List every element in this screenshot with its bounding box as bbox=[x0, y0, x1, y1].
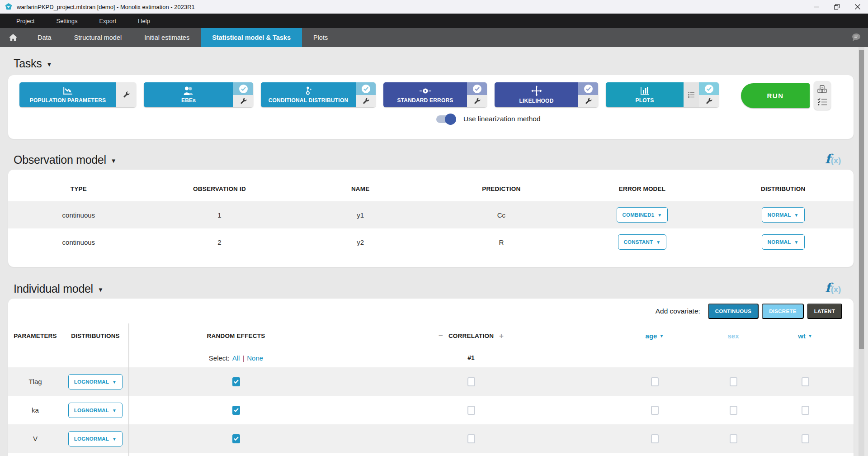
add-continuous-covariate-button[interactable]: CONTINUOUS bbox=[708, 304, 759, 319]
obs-prediction: Cc bbox=[431, 201, 572, 228]
task-conditional-distribution[interactable]: CONDITIONAL DISTRIBUTION bbox=[261, 82, 376, 107]
title-bar: warfarinPKPD_project.mlxtran [demo] - Mo… bbox=[0, 0, 868, 14]
distribution-dropdown[interactable]: LOGNORMAL ▼ bbox=[68, 403, 123, 418]
random-effect-checkbox[interactable] bbox=[232, 406, 240, 415]
correlation-group-label: #1 bbox=[467, 354, 475, 361]
task-settings-wrench[interactable] bbox=[356, 95, 376, 107]
observation-model-panel: TYPE OBSERVATION ID NAME PREDICTION ERRO… bbox=[8, 170, 854, 267]
tasks-section-header[interactable]: Tasks ▼ bbox=[14, 56, 854, 71]
individual-model-title: Individual model bbox=[14, 282, 93, 295]
task-plots[interactable]: PLOTS bbox=[606, 82, 719, 107]
individual-model-header[interactable]: Individual model ▼ f(x) bbox=[14, 281, 854, 296]
age-covariate-checkbox[interactable] bbox=[651, 434, 659, 443]
wrench-icon bbox=[705, 97, 713, 105]
remove-correlation-button[interactable]: − bbox=[439, 332, 443, 341]
seed-dice-icon[interactable] bbox=[817, 85, 827, 94]
caret-down-icon: ▼ bbox=[112, 380, 117, 385]
menu-project[interactable]: Project bbox=[5, 18, 45, 24]
minimize-button[interactable] bbox=[806, 0, 826, 14]
menu-settings[interactable]: Settings bbox=[45, 18, 88, 24]
distribution-dropdown[interactable]: NORMAL ▼ bbox=[762, 207, 805, 223]
vertical-scrollbar[interactable] bbox=[859, 47, 864, 456]
wt-covariate-checkbox[interactable] bbox=[802, 434, 809, 443]
random-effect-checkbox[interactable] bbox=[232, 377, 240, 386]
task-settings-wrench[interactable] bbox=[233, 95, 253, 107]
task-enabled-badge[interactable] bbox=[578, 82, 598, 95]
add-correlation-button[interactable]: + bbox=[499, 332, 504, 341]
random-effect-checkbox[interactable] bbox=[232, 434, 240, 443]
age-covariate-checkbox[interactable] bbox=[651, 406, 659, 415]
task-ebes[interactable]: EBEs bbox=[144, 82, 253, 107]
select-all-link[interactable]: All bbox=[232, 354, 240, 362]
scrollbar-thumb[interactable] bbox=[859, 50, 864, 349]
wt-covariate-checkbox[interactable] bbox=[802, 406, 809, 415]
run-options-strip bbox=[814, 81, 831, 110]
distribution-dropdown[interactable]: NORMAL ▼ bbox=[762, 234, 805, 250]
col-distributions: DISTRIBUTIONS bbox=[62, 323, 129, 348]
individual-table-header: PARAMETERS DISTRIBUTIONS RANDOM EFFECTS … bbox=[8, 323, 854, 348]
sex-covariate-checkbox[interactable] bbox=[730, 406, 737, 415]
task-settings-wrench[interactable] bbox=[467, 95, 487, 107]
observation-model-header[interactable]: Observation model ▼ f(x) bbox=[14, 152, 854, 167]
tab-initial-estimates[interactable]: Initial estimates bbox=[133, 28, 201, 47]
tab-structural-model[interactable]: Structural model bbox=[63, 28, 133, 47]
obs-name: y2 bbox=[290, 228, 431, 256]
tab-data[interactable]: Data bbox=[26, 28, 63, 47]
distribution-dropdown[interactable]: LOGNORMAL ▼ bbox=[68, 374, 123, 390]
tab-home[interactable] bbox=[0, 28, 26, 47]
task-settings-wrench[interactable] bbox=[699, 95, 719, 107]
caret-down-icon: ▼ bbox=[808, 333, 812, 338]
covariate-wt-dropdown[interactable]: wt ▼ bbox=[798, 332, 812, 340]
window-title: warfarinPKPD_project.mlxtran [demo] - Mo… bbox=[17, 4, 195, 10]
task-settings-wrench[interactable] bbox=[578, 95, 598, 107]
ebes-icon bbox=[182, 86, 195, 96]
task-label: CONDITIONAL DISTRIBUTION bbox=[269, 97, 349, 104]
task-enabled-badge[interactable] bbox=[356, 82, 376, 95]
error-model-dropdown[interactable]: CONSTANT ▼ bbox=[618, 234, 667, 250]
add-latent-covariate-button[interactable]: LATENT bbox=[807, 304, 842, 319]
task-likelihood[interactable]: LIKELIHOOD bbox=[495, 82, 598, 107]
col-correlation: CORRELATION bbox=[448, 332, 494, 339]
add-discrete-covariate-button[interactable]: DISCRETE bbox=[762, 304, 804, 319]
covariate-age-dropdown[interactable]: age ▼ bbox=[646, 332, 664, 340]
covariate-sex-header: sex bbox=[727, 332, 739, 340]
caret-down-icon: ▼ bbox=[111, 157, 117, 164]
sex-covariate-checkbox[interactable] bbox=[730, 434, 737, 443]
task-enabled-badge[interactable] bbox=[699, 82, 719, 95]
tab-statistical-model-tasks[interactable]: Statistical model & Tasks bbox=[201, 28, 302, 47]
tab-plots[interactable]: Plots bbox=[302, 28, 339, 47]
observation-row: continuous 2 y2 R CONSTANT ▼ NORMAL ▼ bbox=[8, 228, 854, 256]
task-label: LIKELIHOOD bbox=[519, 98, 554, 104]
restore-button[interactable] bbox=[826, 0, 847, 14]
task-settings-wrench[interactable] bbox=[116, 82, 136, 107]
linearization-toggle[interactable] bbox=[436, 115, 455, 123]
plots-selection-list-button[interactable] bbox=[684, 82, 699, 107]
age-covariate-checkbox[interactable] bbox=[651, 377, 659, 386]
minimize-icon bbox=[814, 5, 819, 10]
menu-bar: Project Settings Export Help bbox=[0, 14, 868, 28]
formula-fx-button[interactable]: f(x) bbox=[825, 280, 841, 295]
wt-covariate-checkbox[interactable] bbox=[802, 377, 809, 386]
col-distribution: DISTRIBUTION bbox=[712, 176, 854, 201]
sex-covariate-checkbox[interactable] bbox=[730, 377, 737, 386]
select-none-link[interactable]: None bbox=[247, 354, 263, 362]
correlation-checkbox[interactable] bbox=[467, 434, 475, 443]
comment-bubble-icon[interactable] bbox=[850, 32, 862, 43]
run-button[interactable]: RUN bbox=[741, 83, 810, 108]
task-standard-errors[interactable]: STANDARD ERRORS bbox=[383, 82, 487, 107]
task-population-parameters[interactable]: POPULATION PARAMETERS bbox=[19, 82, 136, 107]
observation-model-title: Observation model bbox=[14, 153, 106, 166]
task-checklist-icon[interactable] bbox=[817, 98, 827, 106]
check-icon bbox=[234, 437, 239, 441]
task-enabled-badge[interactable] bbox=[467, 82, 487, 95]
check-icon bbox=[234, 380, 239, 384]
close-button[interactable] bbox=[847, 0, 868, 14]
distribution-dropdown[interactable]: LOGNORMAL ▼ bbox=[68, 431, 123, 446]
menu-help[interactable]: Help bbox=[127, 18, 161, 24]
formula-fx-button[interactable]: f(x) bbox=[825, 152, 841, 166]
correlation-checkbox[interactable] bbox=[467, 406, 475, 415]
error-model-dropdown[interactable]: COMBINED1 ▼ bbox=[617, 207, 668, 223]
correlation-checkbox[interactable] bbox=[467, 377, 475, 386]
task-enabled-badge[interactable] bbox=[233, 82, 253, 95]
menu-export[interactable]: Export bbox=[88, 18, 127, 24]
